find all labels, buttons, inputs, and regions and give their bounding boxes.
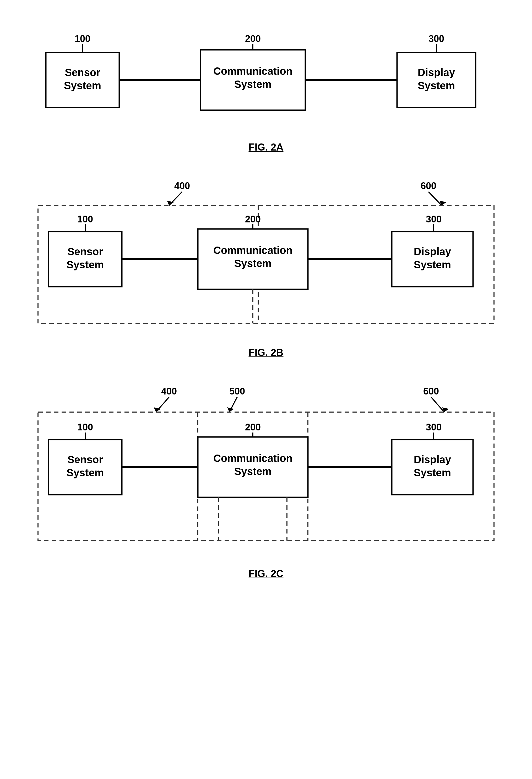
page: 100 200 300 Sensor System Communication … — [0, 0, 532, 779]
fig2b-comm-label2: System — [234, 257, 271, 269]
fig2b-arrow-600 — [428, 192, 442, 205]
fig2c-ref-200: 200 — [245, 422, 261, 432]
fig2a-label: FIG. 2A — [26, 142, 506, 153]
fig2a-section: 100 200 300 Sensor System Communication … — [26, 16, 506, 153]
fig2a-sensor-label2: System — [64, 80, 101, 91]
fig2a-sensor-label1: Sensor — [65, 67, 101, 78]
fig2c-ref-300: 300 — [426, 422, 442, 432]
fig2a-ref-100: 100 — [75, 33, 90, 44]
fig2b-section: 400 600 100 200 300 — [26, 174, 506, 358]
fig2b-display-label2: System — [414, 259, 451, 271]
fig2c-diagram: 400 500 600 100 200 30 — [30, 384, 502, 563]
fig2c-section: 400 500 600 100 200 30 — [26, 379, 506, 580]
fig2b-display-label1: Display — [414, 246, 451, 257]
fig2c-label: FIG. 2C — [26, 568, 506, 580]
fig2a-comm-label1: Communication — [213, 65, 292, 77]
fig2a-comm-label2: System — [234, 78, 271, 90]
fig2c-display-label2: System — [414, 467, 451, 478]
fig2c-comm-label2: System — [234, 466, 271, 477]
fig2c-arrow-600 — [431, 397, 444, 412]
fig2c-display-label1: Display — [414, 454, 451, 465]
fig2b-diagram: 400 600 100 200 300 — [30, 179, 502, 342]
fig2b-ref-400: 400 — [174, 180, 190, 191]
fig2b-ref-200: 200 — [245, 214, 261, 225]
fig2b-comm-label1: Communication — [213, 244, 292, 256]
fig2c-ref-600: 600 — [423, 386, 439, 397]
fig2b-sensor-label1: Sensor — [67, 246, 103, 257]
fig2b-sensor-label2: System — [67, 259, 104, 271]
fig2c-sensor-label2: System — [67, 467, 104, 478]
fig2c-arrowhead-500 — [227, 407, 234, 412]
fig2a-ref-300: 300 — [428, 33, 444, 44]
fig2b-ref-100: 100 — [77, 214, 93, 225]
fig2c-sensor-label1: Sensor — [67, 454, 103, 465]
fig2b-ref-300: 300 — [426, 214, 442, 225]
fig2a-ref-200: 200 — [245, 33, 261, 44]
fig2c-ref-500: 500 — [229, 386, 245, 397]
fig2a-display-label2: System — [418, 80, 455, 91]
fig2a-diagram: 100 200 300 Sensor System Communication … — [30, 32, 502, 136]
fig2b-label: FIG. 2B — [26, 347, 506, 358]
fig2c-ref-100: 100 — [77, 422, 93, 432]
fig2b-ref-600: 600 — [421, 180, 436, 191]
fig2a-display-label1: Display — [418, 67, 455, 78]
fig2c-comm-label1: Communication — [213, 453, 292, 464]
fig2c-ref-400: 400 — [161, 386, 177, 397]
